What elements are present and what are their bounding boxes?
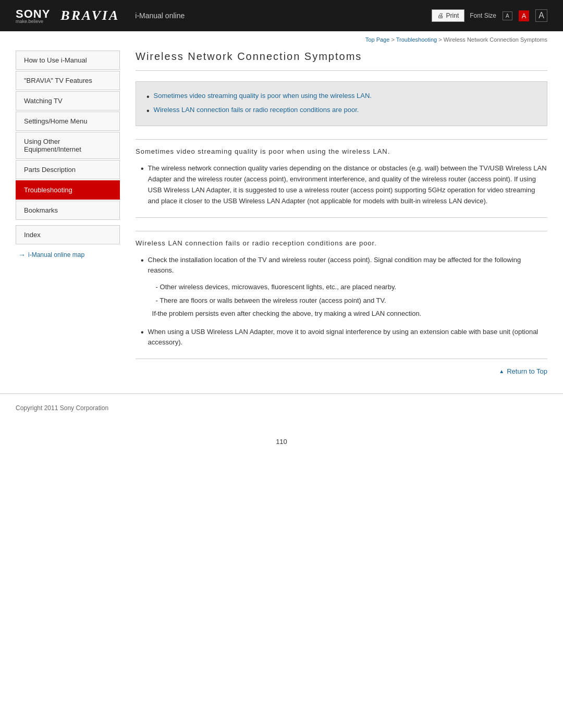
- section2: Wireless LAN connection fails or radio r…: [136, 217, 547, 349]
- return-to-top: Return to Top: [136, 359, 547, 383]
- sidebar-item-parts[interactable]: Parts Description: [16, 160, 120, 179]
- breadcrumb-troubleshooting[interactable]: Troubleshooting: [396, 36, 437, 43]
- section1-bullet-1: The wireless network connection quality …: [141, 163, 547, 206]
- font-small-button[interactable]: A: [503, 11, 512, 20]
- print-icon: 🖨: [437, 12, 444, 19]
- font-medium-button[interactable]: A: [519, 10, 530, 21]
- breadcrumb-current: Wireless Network Connection Symptoms: [444, 36, 547, 43]
- breadcrumb: Top Page > Troubleshooting > Wireless Ne…: [0, 31, 563, 48]
- section2-bullet-2: When using a USB Wireless LAN Adapter, m…: [141, 327, 547, 349]
- section1-bullet-list: The wireless network connection quality …: [141, 163, 547, 206]
- sidebar-item-how-to-use[interactable]: How to Use i-Manual: [16, 51, 120, 70]
- header-controls: 🖨 Print Font Size A A A: [432, 9, 547, 22]
- section2-sub-item-2: There are floors or walls between the wi…: [156, 294, 547, 307]
- section2-sub-item-1: Other wireless devices, microwaves, fluo…: [156, 280, 547, 294]
- bravia-logo-text: BRAVIA: [60, 8, 119, 23]
- arrow-right-icon: →: [18, 251, 26, 259]
- sidebar-item-watching-tv[interactable]: Watching TV: [16, 91, 120, 110]
- content-area: Wireless Network Connection Symptoms Som…: [130, 51, 547, 383]
- section2-bullet-1: Check the installation location of the T…: [141, 255, 547, 320]
- font-size-label: Font Size: [470, 12, 496, 19]
- font-large-button[interactable]: A: [535, 9, 547, 22]
- sidebar: How to Use i-Manual "BRAVIA" TV Features…: [16, 51, 120, 383]
- breadcrumb-sep2: >: [438, 36, 443, 43]
- symptom-list-item-2: Wireless LAN connection fails or radio r…: [146, 104, 536, 118]
- section1: Sometimes video streaming quality is poo…: [136, 139, 547, 206]
- footer: Copyright 2011 Sony Corporation: [0, 393, 563, 422]
- sidebar-item-using-other[interactable]: Using Other Equipment/Internet: [16, 132, 120, 159]
- symptom-list-box: Sometimes video streaming quality is poo…: [136, 81, 547, 126]
- sidebar-item-index[interactable]: Index: [16, 225, 120, 244]
- sidebar-item-bravia-features[interactable]: "BRAVIA" TV Features: [16, 71, 120, 90]
- sidebar-item-settings[interactable]: Settings/Home Menu: [16, 112, 120, 131]
- imanual-map-link[interactable]: → i-Manual online map: [16, 251, 120, 259]
- breadcrumb-top-page[interactable]: Top Page: [365, 36, 389, 43]
- symptom-link-1[interactable]: Sometimes video streaming quality is poo…: [154, 92, 372, 100]
- symptom-list-item-1: Sometimes video streaming quality is poo…: [146, 90, 536, 104]
- section2-bullet-list: Check the installation location of the T…: [141, 255, 547, 349]
- sidebar-item-troubleshooting[interactable]: Troubleshooting: [16, 180, 120, 200]
- main-layout: How to Use i-Manual "BRAVIA" TV Features…: [0, 51, 563, 383]
- copyright-text: Copyright 2011 Sony Corporation: [16, 404, 108, 412]
- print-button[interactable]: 🖨 Print: [432, 9, 465, 22]
- sony-logo: SONY make.believe: [16, 7, 50, 24]
- return-to-top-link[interactable]: Return to Top: [499, 367, 547, 375]
- page-number: 110: [0, 422, 563, 461]
- section2-heading: Wireless LAN connection fails or radio r…: [136, 231, 547, 247]
- breadcrumb-sep1: >: [391, 36, 396, 43]
- logo-area: SONY make.believe BRAVIA i-Manual online: [16, 7, 185, 24]
- section2-sub-list-1: Other wireless devices, microwaves, fluo…: [156, 280, 547, 320]
- sidebar-item-bookmarks[interactable]: Bookmarks: [16, 201, 120, 220]
- page-title: Wireless Network Connection Symptoms: [136, 51, 547, 71]
- header-bar: SONY make.believe BRAVIA i-Manual online…: [0, 0, 563, 31]
- section1-heading: Sometimes video streaming quality is poo…: [136, 139, 547, 155]
- imanual-label: i-Manual online: [135, 11, 185, 20]
- symptom-link-2[interactable]: Wireless LAN connection fails or radio r…: [154, 106, 359, 114]
- section2-sub-item-3: If the problem persists even after check…: [156, 307, 547, 320]
